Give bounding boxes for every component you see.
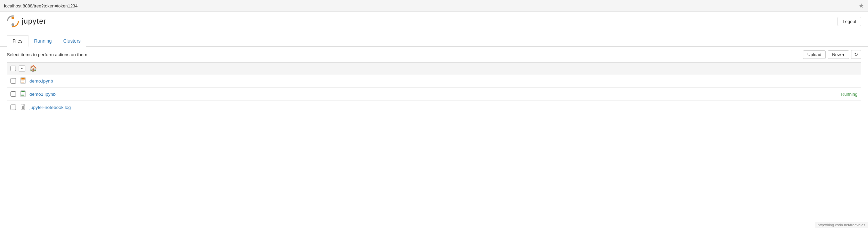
browser-chrome: localhost:8888/tree?token=token1234 ★ <box>0 0 868 12</box>
svg-rect-16 <box>22 107 24 108</box>
file-name-demo1-ipynb[interactable]: demo1.ipynb <box>29 92 841 97</box>
file-list-container: ▾ 🏠 demo.ipynb <box>7 62 861 114</box>
table-row: demo1.ipynb Running <box>7 88 861 101</box>
new-button-chevron-icon: ▾ <box>842 52 845 57</box>
svg-point-2 <box>12 17 14 19</box>
select-message: Select items to perform actions on them. <box>7 52 89 57</box>
file-name-demo-ipynb[interactable]: demo.ipynb <box>29 78 858 84</box>
notebook-orange-icon <box>20 77 27 85</box>
file-checkbox[interactable] <box>10 105 16 110</box>
tab-clusters[interactable]: Clusters <box>58 35 86 47</box>
home-button[interactable]: 🏠 <box>28 65 38 72</box>
logout-button[interactable]: Logout <box>838 17 861 26</box>
svg-rect-14 <box>21 104 25 110</box>
svg-rect-15 <box>22 106 24 107</box>
page-wrapper: jupyter Logout Files Running Clusters Se… <box>0 12 868 215</box>
jupyter-logo-icon <box>7 15 19 27</box>
tab-files[interactable]: Files <box>7 35 28 47</box>
table-row: jupyter-notebook.log <box>7 101 861 114</box>
notebook-green-icon <box>20 90 27 98</box>
action-buttons: Upload New ▾ ↻ <box>803 50 861 59</box>
text-file-icon <box>20 104 27 111</box>
svg-rect-11 <box>21 93 25 93</box>
file-checkbox[interactable] <box>10 78 16 84</box>
url-bar: localhost:8888/tree?token=token1234 <box>4 3 78 8</box>
upload-button[interactable]: Upload <box>803 50 826 59</box>
toolbar-area: Select items to perform actions on them.… <box>0 47 868 62</box>
new-button[interactable]: New ▾ <box>828 50 849 59</box>
file-name-jupyter-log[interactable]: jupyter-notebook.log <box>29 105 858 110</box>
header: jupyter Logout <box>0 12 868 31</box>
svg-point-3 <box>12 23 14 26</box>
select-all-checkbox[interactable] <box>10 66 16 71</box>
refresh-button[interactable]: ↻ <box>851 50 861 59</box>
svg-rect-6 <box>21 79 25 80</box>
svg-rect-17 <box>22 108 24 109</box>
svg-rect-5 <box>21 78 25 79</box>
tabs-bar: Files Running Clusters <box>0 31 868 47</box>
svg-rect-10 <box>21 91 25 92</box>
select-dropdown-button[interactable]: ▾ <box>19 65 25 72</box>
file-status-demo1-ipynb: Running <box>841 92 858 97</box>
file-list-header: ▾ 🏠 <box>7 63 861 74</box>
tab-running[interactable]: Running <box>28 35 58 47</box>
logo-area: jupyter <box>7 15 46 27</box>
bookmark-star-icon[interactable]: ★ <box>859 2 864 9</box>
svg-rect-8 <box>21 82 24 83</box>
svg-rect-13 <box>21 95 24 96</box>
new-button-label: New <box>832 52 841 57</box>
svg-rect-7 <box>21 81 24 82</box>
svg-rect-12 <box>21 94 24 95</box>
table-row: demo.ipynb <box>7 74 861 88</box>
app-name: jupyter <box>22 17 46 26</box>
file-checkbox[interactable] <box>10 91 16 97</box>
